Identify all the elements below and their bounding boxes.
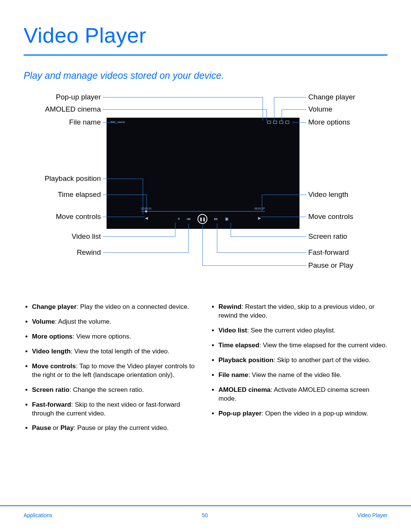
ratio-icon: ▣ [225,217,228,221]
bullet: Move controls: Tap to move the Video pla… [32,362,201,380]
label-playback: Playback position [34,175,101,182]
label-change-player: Change player [308,93,355,101]
label-volume: Volume [308,105,332,113]
player-screenshot: File_name ⋮ ◀ ▶ 00:00:21 00:01:07 ≡ [107,118,299,229]
bullet: Video list: See the current video playli… [218,326,387,335]
play-icon: ❚❚ [198,214,207,224]
bullet: Video length: View the total length of t… [32,347,201,356]
label-ffwd: Fast-forward [308,249,349,256]
bullets: Change player: Play the video on a conne… [24,303,387,439]
footer-page: 50 [202,512,208,518]
progress-bar [141,211,265,212]
page-title: Video Player [24,23,387,48]
label-more: More options [308,118,350,126]
bullet: Fast-forward: Skip to the next video or … [32,401,201,418]
label-list: Video list [34,233,101,240]
footer-right: Video Player [357,512,387,518]
bullet: Playback position: Skip to another part … [218,356,387,365]
bullet: More options: View more options. [32,332,201,341]
diagram: File_name ⋮ ◀ ▶ 00:00:21 00:01:07 ≡ [34,93,377,291]
label-rewind: Rewind [34,249,101,256]
label-popup-player: Pop-up player [34,93,101,101]
label-move-left: Move controls [34,213,101,220]
bullet: AMOLED cinema: Activate AMOLED cinema sc… [218,386,387,403]
bullet: Change player: Play the video on a conne… [32,303,201,312]
page-footer: Applications 50 Video Player [0,505,411,518]
footer-left: Applications [24,512,53,518]
ffwd-icon: ⏭ [214,217,218,221]
bullet: File name: View the name of the video fi… [218,371,387,380]
bullet: Volume: Adjust the volume. [32,318,201,326]
subtitle: Play and manage videos stored on your de… [24,70,387,81]
popup-icon [267,121,271,124]
bullets-left: Change player: Play the video on a conne… [24,303,201,433]
rewind-icon: ⏮ [187,217,191,221]
list-icon: ≡ [178,217,180,221]
bullet: Screen ratio: Change the screen ratio. [32,386,201,395]
label-ratio: Screen ratio [308,233,347,240]
time-total: 00:01:07 [255,207,265,210]
bullet: Pop-up player: Open the video in a pop-u… [218,409,387,418]
bullet: Rewind: Restart the video, skip to a pre… [218,303,387,320]
label-pause: Pause or Play [308,262,353,269]
label-elapsed: Time elapsed [34,191,101,198]
label-file-name: File name [34,118,101,126]
bullet: Pause or Play: Pause or play the current… [32,424,201,433]
bullets-right: Rewind: Restart the video, skip to a pre… [210,303,387,418]
volume-icon [285,121,289,124]
label-amoled: AMOLED cinema [34,105,101,113]
change-player-icon [279,121,283,124]
label-length: Video length [308,191,348,198]
title-divider [24,54,387,56]
amoled-icon [273,121,277,124]
label-move-right: Move controls [308,213,353,220]
bullet: Time elapsed: View the time elapsed for … [218,341,387,350]
